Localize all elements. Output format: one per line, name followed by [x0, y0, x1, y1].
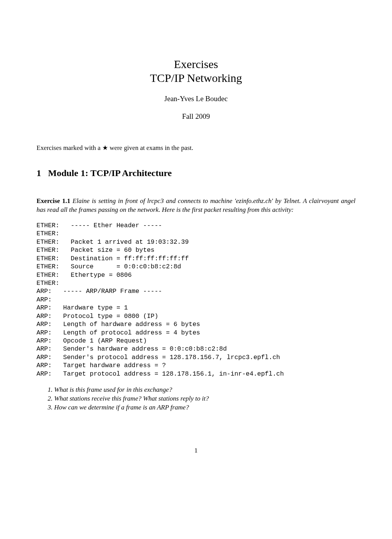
exercise-label: Exercise 1.1 — [37, 197, 70, 205]
question-item: What stations receive this frame? What s… — [54, 394, 355, 403]
question-item: What is this frame used for in this exch… — [54, 386, 355, 394]
section-number: 1 — [37, 168, 41, 178]
intro-text-before: Exercises marked with a — [37, 144, 102, 151]
intro-text-after: were given at exams in the past. — [108, 144, 193, 151]
author: Jean-Yves Le Boudec — [37, 95, 355, 103]
star-icon: ★ — [102, 144, 108, 151]
page: Exercises TCP/IP Networking Jean-Yves Le… — [0, 0, 392, 477]
section-title: Module 1: TCP/IP Architecture — [48, 168, 172, 178]
question-list: What is this frame used for in this exch… — [37, 386, 355, 412]
exercise-text: Elaine is setting in front of lrcpc3 and… — [37, 197, 355, 213]
packet-dump: ETHER: ----- Ether Header ----- ETHER: E… — [37, 221, 355, 378]
document-title-line1: Exercises — [37, 58, 355, 71]
exercise-paragraph: Exercise 1.1 Elaine is setting in front … — [37, 197, 355, 215]
date: Fall 2009 — [37, 112, 355, 121]
page-number: 1 — [37, 447, 355, 454]
section-heading: 1 Module 1: TCP/IP Architecture — [37, 168, 355, 178]
intro-paragraph: Exercises marked with a ★ were given at … — [37, 144, 355, 152]
question-item: How can we determine if a frame is an AR… — [54, 403, 355, 412]
document-title-line2: TCP/IP Networking — [37, 72, 355, 85]
